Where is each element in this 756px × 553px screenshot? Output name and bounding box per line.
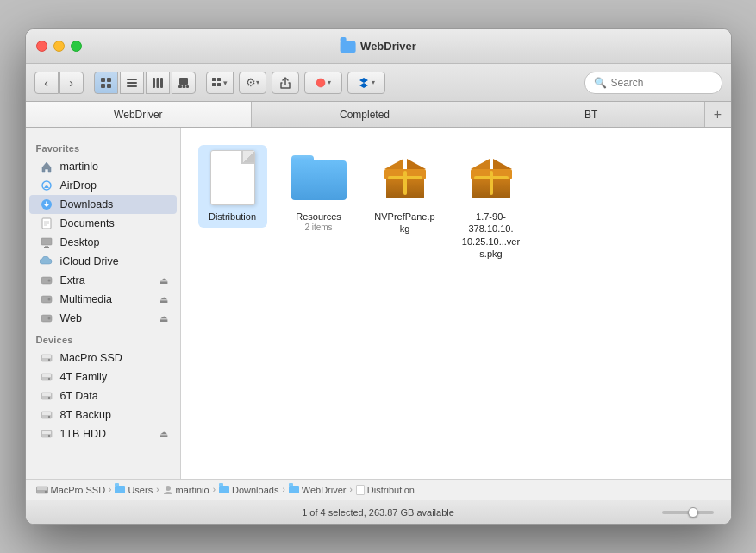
path-users[interactable]: Users	[115, 485, 153, 495]
svg-rect-17	[217, 83, 221, 86]
drive-multimedia-icon	[40, 292, 53, 306]
eject-1tb-icon[interactable]: ⏏	[159, 429, 168, 440]
nvprefpane-label: NVPrefPane.pkg	[374, 211, 436, 236]
view-cover-button[interactable]	[172, 72, 196, 94]
path-distribution[interactable]: Distribution	[356, 485, 415, 495]
tab-webdriver[interactable]: WebDriver	[26, 102, 253, 127]
distribution-label: Distribution	[209, 211, 256, 223]
path-webdriver[interactable]: WebDriver	[289, 485, 347, 495]
close-button[interactable]	[36, 41, 47, 52]
tab-bt[interactable]: BT	[478, 102, 705, 127]
finder-window: WebDriver ‹ ›	[25, 28, 732, 525]
add-tab-button[interactable]: +	[705, 102, 731, 127]
hdd-macpro-icon	[40, 351, 53, 365]
slider-thumb[interactable]	[688, 507, 698, 518]
file-item-nvprefpane[interactable]: NVPrefPane.pkg	[371, 145, 440, 241]
hdd-6t-icon	[40, 389, 53, 403]
file-item-resources[interactable]: Resources 2 items	[284, 145, 353, 237]
back-button[interactable]: ‹	[34, 72, 59, 94]
eject-extra-icon[interactable]: ⏏	[159, 275, 168, 286]
content-area: Favorites martinlo AirDrop	[26, 128, 731, 479]
svg-rect-39	[42, 374, 51, 377]
arrange-button[interactable]: ▾	[206, 72, 234, 94]
svg-rect-0	[101, 78, 105, 82]
sidebar-item-4t-family[interactable]: 4T Family	[29, 368, 177, 386]
slider-track	[662, 511, 714, 514]
sidebar-item-multimedia[interactable]: Multimedia ⏏	[29, 290, 177, 309]
sidebar-item-martinlo[interactable]: martinlo	[29, 157, 177, 176]
svg-rect-36	[42, 355, 51, 358]
arrange-controls: ▾	[206, 72, 234, 94]
file-area: Distribution Resources 2 items	[181, 128, 731, 479]
cover-view-icon	[178, 77, 190, 89]
svg-point-40	[47, 378, 49, 380]
file-item-package178[interactable]: 1.7-90-378.10.10.10.25.10...vers.pkg	[457, 145, 526, 265]
sidebar-item-downloads[interactable]: Downloads	[29, 195, 177, 214]
path-downloads[interactable]: Downloads	[219, 485, 278, 495]
view-list-button[interactable]	[120, 72, 144, 94]
svg-rect-10	[179, 78, 188, 85]
status-text: 1 of 4 selected, 263.87 GB available	[302, 507, 454, 518]
arrange-dropdown-arrow: ▾	[223, 79, 228, 87]
devices-section-title: Devices	[26, 328, 180, 349]
window-title: WebDriver	[360, 40, 416, 53]
svg-marker-53	[384, 159, 403, 169]
svg-marker-54	[407, 159, 426, 169]
sidebar-item-extra[interactable]: Extra ⏏	[29, 271, 177, 290]
tag-icon	[316, 78, 326, 88]
svg-rect-48	[42, 431, 51, 434]
sidebar-item-1tb-hdd[interactable]: 1TB HDD ⏏	[29, 424, 177, 443]
resources-meta: 2 items	[304, 223, 332, 232]
dropbox-button[interactable]: ▾	[347, 72, 385, 94]
svg-point-46	[47, 416, 49, 418]
tab-completed[interactable]: Completed	[252, 102, 478, 127]
search-box[interactable]: 🔍	[584, 72, 722, 94]
view-column-button[interactable]	[146, 72, 170, 94]
path-sep-4: ›	[282, 485, 284, 494]
package178-label: 1.7-90-378.10.10.10.25.10...vers.pkg	[460, 211, 522, 260]
eject-web-icon[interactable]: ⏏	[159, 313, 168, 324]
maximize-button[interactable]	[71, 41, 82, 52]
action-dropdown-arrow: ▾	[256, 79, 259, 86]
share-button[interactable]	[272, 72, 299, 94]
svg-rect-42	[42, 393, 51, 396]
sidebar-item-web[interactable]: Web ⏏	[29, 309, 177, 328]
path-downloads-folder-icon	[219, 486, 229, 493]
minimize-button[interactable]	[53, 41, 65, 52]
tabs-bar: WebDriver Completed BT +	[26, 102, 731, 128]
svg-rect-16	[212, 83, 216, 86]
hdd-8t-icon	[40, 408, 53, 422]
path-hdd-icon	[36, 486, 48, 494]
svg-rect-13	[186, 85, 189, 88]
action-button[interactable]: ⚙ ▾	[239, 72, 266, 94]
icloud-icon	[40, 255, 53, 268]
dropbox-icon	[358, 77, 370, 89]
view-icon-button[interactable]	[94, 72, 118, 94]
zoom-slider[interactable]	[662, 511, 714, 514]
sidebar-item-documents[interactable]: Documents	[29, 214, 177, 233]
path-macpro-ssd[interactable]: MacPro SSD	[36, 485, 106, 495]
sidebar-item-macpro-ssd[interactable]: MacPro SSD	[29, 349, 177, 368]
svg-rect-15	[217, 78, 221, 81]
tag-button[interactable]: ▾	[304, 72, 342, 94]
svg-marker-60	[471, 159, 490, 169]
sidebar-item-airdrop[interactable]: AirDrop	[29, 176, 177, 195]
eject-multimedia-icon[interactable]: ⏏	[159, 294, 168, 305]
sidebar-item-desktop[interactable]: Desktop	[29, 233, 177, 252]
search-input[interactable]	[611, 77, 713, 89]
svg-marker-61	[493, 159, 512, 169]
sidebar-item-8t-backup[interactable]: 8T Backup	[29, 405, 177, 424]
sidebar-item-6t-data[interactable]: 6T Data	[29, 386, 177, 405]
home-icon	[40, 160, 53, 173]
file-item-distribution[interactable]: Distribution	[198, 145, 267, 228]
svg-rect-12	[182, 85, 185, 88]
list-view-icon	[126, 77, 138, 89]
forward-button[interactable]: ›	[59, 72, 84, 94]
svg-rect-9	[160, 78, 163, 88]
sidebar-item-icloud-drive[interactable]: iCloud Drive	[29, 252, 177, 271]
path-martinio[interactable]: martinio	[163, 485, 209, 495]
tag-dropdown-arrow: ▾	[328, 79, 331, 86]
svg-rect-55	[403, 171, 407, 195]
pathbar: MacPro SSD › Users › martinio › Download…	[26, 479, 731, 500]
share-icon	[279, 77, 291, 89]
